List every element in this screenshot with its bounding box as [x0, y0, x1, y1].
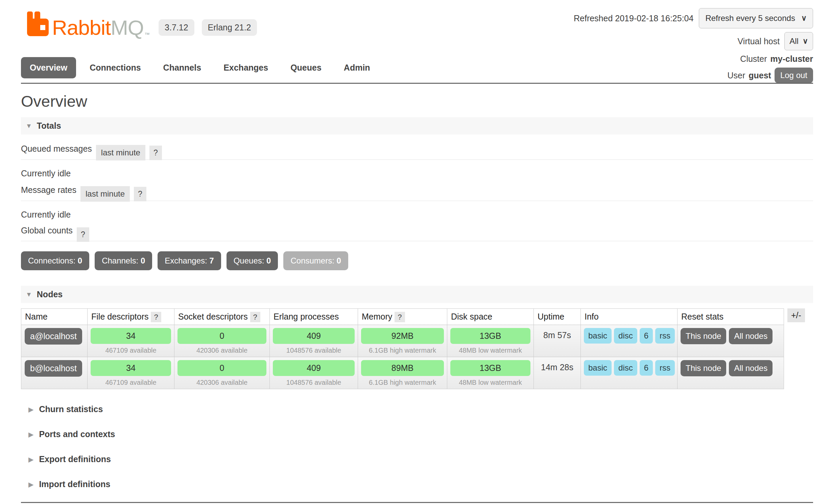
- virtual-host-row: Virtual host All ∨: [738, 32, 813, 50]
- rabbitmq-rabbit-icon: [27, 11, 50, 38]
- exchanges-count-value: 7: [209, 256, 214, 265]
- info-badge-stats-level[interactable]: 6: [640, 360, 653, 376]
- chevron-down-icon: ∨: [803, 37, 808, 46]
- toggle-columns-button[interactable]: +/-: [787, 308, 805, 322]
- proc-available: 1048576 available: [271, 344, 356, 354]
- expand-icon: ▶: [28, 455, 33, 463]
- queues-count-label: Queues:: [234, 256, 264, 265]
- message-rates-row: Message rates last minute ?: [21, 183, 813, 201]
- ports-and-contexts-section[interactable]: ▶ Ports and contexts: [21, 429, 813, 439]
- refresh-interval-select[interactable]: Refresh every 5 seconds ∨: [699, 8, 813, 28]
- col-uptime: Uptime: [534, 309, 581, 325]
- disk-watermark: 48MB low watermark: [449, 344, 532, 354]
- node-name-badge[interactable]: b@localhost: [25, 360, 82, 377]
- rates-idle-status: Currently idle: [21, 210, 813, 220]
- sd-value: 0: [177, 360, 266, 376]
- user-label: User: [727, 71, 745, 80]
- import-definitions-label: Import definitions: [39, 479, 110, 489]
- churn-statistics-section[interactable]: ▶ Churn statistics: [21, 404, 813, 414]
- channels-count-label: Channels:: [102, 256, 138, 265]
- cluster-row: Cluster my-cluster: [740, 54, 813, 64]
- queued-messages-row: Queued messages last minute ?: [21, 142, 813, 160]
- col-name: Name: [21, 309, 88, 325]
- sd-available: 420306 available: [176, 376, 268, 386]
- queued-range-tab[interactable]: last minute: [96, 145, 145, 160]
- queued-messages-label: Queued messages: [21, 144, 92, 156]
- disk-watermark: 48MB low watermark: [449, 376, 532, 386]
- memory-watermark: 6.1GB high watermark: [360, 376, 445, 386]
- rabbitmq-version-badge: 3.7.12: [159, 19, 194, 36]
- logout-button[interactable]: Log out: [775, 68, 813, 83]
- info-badge-stats-level[interactable]: 6: [640, 328, 653, 344]
- help-icon[interactable]: ?: [77, 227, 89, 242]
- info-badges: basic disc 6 rss: [583, 359, 675, 376]
- info-badge-rss[interactable]: rss: [655, 328, 675, 344]
- info-badge-disc[interactable]: disc: [614, 328, 637, 344]
- rates-range-tab[interactable]: last minute: [80, 186, 130, 202]
- trademark-symbol: ™: [144, 32, 150, 38]
- global-counts-badges: Connections: 0 Channels: 0 Exchanges: 7 …: [21, 251, 813, 270]
- reset-all-nodes-button[interactable]: All nodes: [729, 360, 773, 376]
- export-definitions-section[interactable]: ▶ Export definitions: [21, 454, 813, 464]
- proc-value: 409: [273, 360, 355, 376]
- erlang-version-badge: Erlang 21.2: [202, 19, 257, 36]
- totals-section-header[interactable]: ▼ Totals: [21, 117, 813, 134]
- proc-value: 409: [273, 328, 355, 344]
- exchanges-count-label: Exchanges:: [165, 256, 207, 265]
- nodes-section-title: Nodes: [37, 289, 63, 299]
- virtual-host-label: Virtual host: [738, 36, 780, 46]
- disk-value: 13GB: [450, 328, 530, 344]
- refreshed-timestamp: Refreshed 2019-02-18 16:25:04: [574, 14, 693, 23]
- channels-count-badge[interactable]: Channels: 0: [95, 251, 152, 270]
- uptime-value: 8m 57s: [534, 325, 581, 357]
- uptime-value: 14m 28s: [534, 357, 581, 389]
- help-icon[interactable]: ?: [149, 146, 162, 160]
- tab-channels[interactable]: Channels: [155, 57, 210, 78]
- tab-admin[interactable]: Admin: [335, 57, 379, 78]
- help-icon[interactable]: ?: [250, 312, 260, 322]
- churn-statistics-label: Churn statistics: [39, 404, 103, 414]
- exchanges-count-badge[interactable]: Exchanges: 7: [158, 251, 221, 270]
- tab-connections[interactable]: Connections: [81, 57, 149, 78]
- queued-idle-status: Currently idle: [21, 169, 813, 178]
- help-icon[interactable]: ?: [151, 312, 161, 322]
- reset-this-node-button[interactable]: This node: [681, 360, 726, 376]
- info-badge-disc[interactable]: disc: [614, 360, 637, 376]
- col-disk-space: Disk space: [447, 309, 534, 325]
- memory-watermark: 6.1GB high watermark: [360, 344, 445, 354]
- info-badge-rss[interactable]: rss: [655, 360, 675, 376]
- import-definitions-section[interactable]: ▶ Import definitions: [21, 479, 813, 489]
- help-icon[interactable]: ?: [395, 312, 405, 322]
- tab-queues[interactable]: Queues: [282, 57, 330, 78]
- col-erlang-processes: Erlang processes: [270, 309, 358, 325]
- rabbitmq-logo[interactable]: RabbitMQ ™: [27, 11, 150, 38]
- consumers-count-badge: Consumers: 0: [283, 251, 348, 270]
- col-info: Info: [581, 309, 678, 325]
- collapse-icon: ▼: [26, 291, 32, 298]
- fd-available: 467109 available: [89, 344, 172, 354]
- virtual-host-select[interactable]: All ∨: [784, 32, 813, 50]
- nodes-section-header[interactable]: ▼ Nodes: [21, 286, 813, 303]
- cluster-name: my-cluster: [770, 54, 813, 64]
- header-right: Refreshed 2019-02-18 16:25:04 Refresh ev…: [574, 8, 813, 83]
- node-name-badge[interactable]: a@localhost: [25, 328, 82, 345]
- queues-count-badge[interactable]: Queues: 0: [227, 251, 278, 270]
- tab-overview[interactable]: Overview: [21, 57, 76, 78]
- table-row: a@localhost 34467109 available 0420306 a…: [21, 325, 784, 357]
- fd-available: 467109 available: [89, 376, 172, 386]
- help-icon[interactable]: ?: [134, 187, 146, 201]
- info-badge-basic[interactable]: basic: [584, 328, 612, 344]
- fd-value: 34: [91, 360, 171, 376]
- message-rates-label: Message rates: [21, 185, 76, 197]
- memory-value: 92MB: [361, 328, 444, 344]
- reset-this-node-button[interactable]: This node: [681, 328, 726, 344]
- info-badge-basic[interactable]: basic: [584, 360, 612, 376]
- export-definitions-label: Export definitions: [39, 454, 111, 464]
- reset-all-nodes-button[interactable]: All nodes: [729, 328, 773, 344]
- totals-section-title: Totals: [37, 121, 61, 131]
- version-badges: 3.7.12 Erlang 21.2: [159, 19, 257, 36]
- expand-icon: ▶: [28, 430, 33, 438]
- tab-exchanges[interactable]: Exchanges: [215, 57, 277, 78]
- memory-value: 89MB: [361, 360, 444, 376]
- connections-count-badge[interactable]: Connections: 0: [21, 251, 89, 270]
